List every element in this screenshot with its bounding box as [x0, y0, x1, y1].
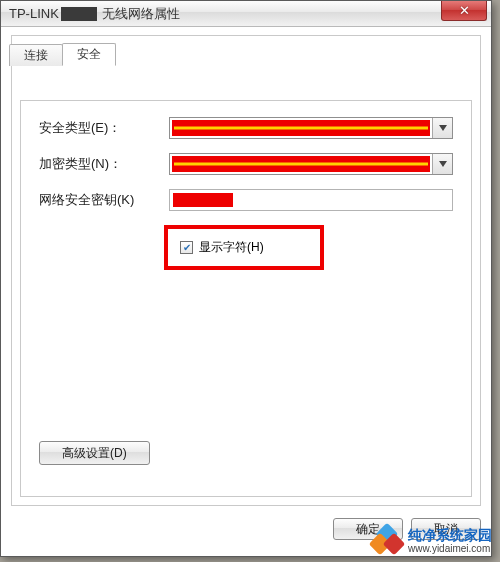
- window-title: TP-LINK 无线网络属性: [1, 5, 180, 23]
- watermark-url: www.yidaimei.com: [408, 543, 492, 554]
- row-network-key: 网络安全密钥(K): [39, 189, 453, 211]
- encryption-type-label: 加密类型(N)：: [39, 155, 169, 173]
- security-type-combo[interactable]: [169, 117, 453, 139]
- redacted-ssid: [61, 7, 97, 21]
- show-characters-label: 显示字符(H): [199, 239, 264, 256]
- watermark-logo-icon: [372, 526, 402, 556]
- advanced-settings-button[interactable]: 高级设置(D): [39, 441, 150, 465]
- wifi-properties-dialog: TP-LINK 无线网络属性 ✕ 连接 安全 安全类型(E)：: [0, 0, 492, 557]
- close-button[interactable]: ✕: [441, 1, 487, 21]
- tab-connection[interactable]: 连接: [9, 44, 63, 66]
- show-characters-checkbox[interactable]: ✔: [180, 241, 193, 254]
- security-panel: 安全类型(E)： 加密类型(N)：: [20, 100, 472, 497]
- watermark-name: 纯净系统家园: [408, 528, 492, 543]
- chevron-down-icon[interactable]: [432, 118, 452, 138]
- chevron-down-icon[interactable]: [432, 154, 452, 174]
- titlebar[interactable]: TP-LINK 无线网络属性 ✕: [1, 1, 491, 27]
- row-security-type: 安全类型(E)：: [39, 117, 453, 139]
- security-type-label: 安全类型(E)：: [39, 119, 169, 137]
- close-icon: ✕: [459, 3, 470, 18]
- tab-security[interactable]: 安全: [62, 43, 116, 66]
- network-key-input[interactable]: [169, 189, 453, 211]
- encryption-type-combo[interactable]: [169, 153, 453, 175]
- show-characters-highlight: ✔ 显示字符(H): [164, 225, 324, 270]
- tab-strip: 连接 安全: [9, 43, 115, 66]
- network-key-label: 网络安全密钥(K): [39, 191, 169, 209]
- row-encryption-type: 加密类型(N)：: [39, 153, 453, 175]
- redacted-value: [173, 193, 233, 207]
- watermark: 纯净系统家园 www.yidaimei.com: [372, 526, 492, 556]
- client-area: 安全类型(E)： 加密类型(N)：: [11, 35, 481, 506]
